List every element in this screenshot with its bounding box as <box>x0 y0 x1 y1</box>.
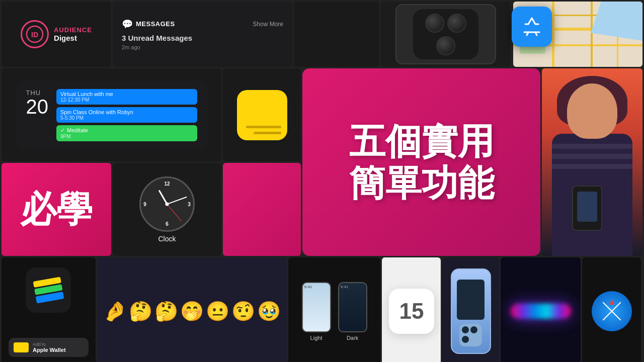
spacer-top <box>294 2 379 67</box>
light-dark-cell: 9:41 Light 9:41 Dark <box>288 257 381 362</box>
clock-label: Clock <box>158 235 176 243</box>
camera-lens-2 <box>447 14 466 33</box>
siri-visualization <box>511 304 571 319</box>
light-phone-screen: 9:41 <box>302 282 331 332</box>
phone-in-hand <box>572 186 602 231</box>
row-4: Add to Apple Wallet 🤌 🤔 🤔 🤭 😐 🤨 🥹 <box>2 257 642 362</box>
calendar-event-2: Spin Class Online with Robyn 5-5:30 PM <box>56 107 197 123</box>
add-to-wallet-button[interactable]: Add to Apple Wallet <box>9 338 89 357</box>
dark-phone-screen: 9:41 <box>338 282 367 332</box>
audience-top-label: AUDIENCE <box>54 26 92 34</box>
clock-face: 12 3 6 9 <box>139 176 195 232</box>
big-title-line2: 簡單功能 <box>349 162 494 204</box>
siri-orb <box>511 304 571 319</box>
wallet-icon-large <box>26 267 71 313</box>
messages-title: MESSAGES <box>136 20 175 28</box>
event-2-time: 5-5:30 PM <box>60 115 193 121</box>
dark-phone-time: 9:41 <box>339 283 366 291</box>
camera-lens-1 <box>425 14 444 33</box>
bixue-cell: 必學 <box>2 163 111 256</box>
event-3-check: ✓ <box>60 127 65 134</box>
audience-digest-cell: ID AUDIENCE Digest <box>2 2 111 67</box>
svg-text:ID: ID <box>31 31 38 39</box>
calendar-event-1: Virtual Lunch with me 12-12:30 PM <box>56 89 197 105</box>
iphone-camera-cell <box>381 2 510 67</box>
map-road-vertical-1 <box>552 2 554 67</box>
calendar-content: THU 20 Virtual Lunch with me 12-12:30 PM… <box>26 89 197 141</box>
notes-icon <box>237 90 287 140</box>
big-title-text: 五個實用 簡單功能 <box>349 121 494 204</box>
audience-bottom-label: Digest <box>54 34 92 42</box>
event-1-time: 12-12:30 PM <box>60 97 193 103</box>
iphone2-lens-3 <box>462 336 469 343</box>
calendar-widget: THU 20 Virtual Lunch with me 12-12:30 PM… <box>16 81 207 149</box>
calendar-cell: THU 20 Virtual Lunch with me 12-12:30 PM… <box>2 68 221 161</box>
safari-north-indicator <box>610 299 614 305</box>
event-2-name: Spin Class Online with Robyn <box>60 109 193 115</box>
iphone-body-preview <box>395 4 496 64</box>
messages-show-more[interactable]: Show More <box>253 21 283 28</box>
messages-time: 2m ago <box>122 44 283 50</box>
iphone2-camera-module <box>459 324 482 346</box>
dark-phone-group: 9:41 Dark <box>338 282 367 341</box>
clock-num-12: 12 <box>164 181 170 187</box>
left-column-2-3: THU 20 Virtual Lunch with me 12-12:30 PM… <box>2 68 221 256</box>
row3-left: 必學 12 3 6 9 <box>2 163 221 256</box>
apple-wallet-label: Apple Wallet <box>33 347 66 353</box>
audience-circle-icon: ID <box>21 20 49 48</box>
clock-num-9: 9 <box>143 201 146 207</box>
wallet-cards-display <box>33 277 64 304</box>
calendar-day-number: 20 <box>26 97 49 117</box>
audience-logo-svg: ID <box>26 25 44 43</box>
safari-compass <box>597 296 627 326</box>
ios15-icon: 15 <box>389 289 434 334</box>
add-to-label: Add to <box>33 342 66 347</box>
notes-line-2 <box>254 132 281 134</box>
calendar-event-3: ✓ Meditate 9PM <box>56 125 197 141</box>
event-1-name: Virtual Lunch with me <box>60 91 193 97</box>
clock-second-hand <box>167 204 182 221</box>
light-label: Light <box>310 335 323 341</box>
main-layout: ID AUDIENCE Digest 💬 MESSAGES Show More … <box>0 0 644 362</box>
messages-notification: 💬 MESSAGES Show More 3 Unread Messages 2… <box>113 2 292 67</box>
stripe-3 <box>552 164 632 169</box>
audience-text-block: AUDIENCE Digest <box>54 26 92 42</box>
iphone2-screen <box>457 280 485 320</box>
emoji-3: 🤔 <box>154 300 178 322</box>
event-3-time: 9PM <box>60 134 193 139</box>
emoji-7: 🥹 <box>257 300 281 322</box>
stripe-2 <box>552 154 632 159</box>
add-wallet-text: Add to Apple Wallet <box>33 342 66 353</box>
emoji-2: 🤔 <box>129 300 152 322</box>
stripe-1 <box>552 144 632 149</box>
ios15-cell: 15 <box>382 257 441 362</box>
iphone2-body <box>451 268 491 354</box>
messages-content: 3 Unread Messages <box>122 34 283 42</box>
clock-num-3: 3 <box>188 201 191 207</box>
calendar-date-section: THU 20 <box>26 89 49 141</box>
audience-digest-logo: ID AUDIENCE Digest <box>21 20 92 48</box>
camera-module <box>413 9 478 59</box>
iphone2-lens-2 <box>470 326 477 333</box>
add-wallet-icon <box>14 342 29 352</box>
lady-cell <box>542 68 642 256</box>
emoji-row: 🤌 🤔 🤔 🤭 😐 🤨 🥹 <box>103 300 281 322</box>
emoji-6: 🤨 <box>231 300 255 322</box>
light-phone-time: 9:41 <box>303 283 330 291</box>
lady-face <box>567 83 617 139</box>
iphone2-cell <box>442 257 499 362</box>
messages-icon: 💬 <box>122 19 133 30</box>
middle-column-2-3 <box>223 68 301 256</box>
messages-header: 💬 MESSAGES Show More <box>122 19 283 30</box>
bixue-text: 必學 <box>20 186 93 234</box>
safari-cell <box>582 257 641 362</box>
iphone-frame <box>395 4 496 64</box>
app-store-icon[interactable] <box>512 7 552 47</box>
clock-minute-hand <box>167 196 187 204</box>
iphone2-lens-1 <box>462 326 469 333</box>
emoji-5: 😐 <box>206 300 229 322</box>
notes-cell <box>223 68 301 161</box>
clock-cell: 12 3 6 9 Clock <box>113 163 221 256</box>
light-phone-group: 9:41 Light <box>302 282 331 341</box>
row-1: ID AUDIENCE Digest 💬 MESSAGES Show More … <box>2 2 642 67</box>
